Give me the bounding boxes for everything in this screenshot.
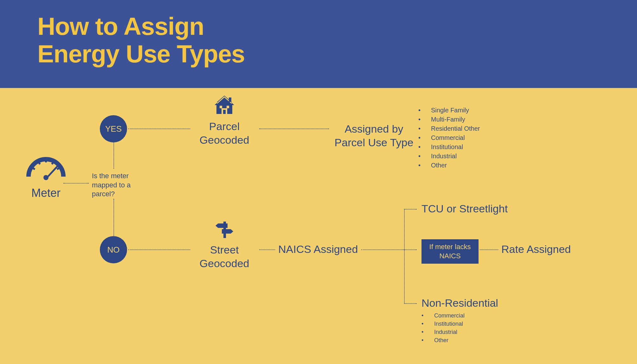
svg-marker-11 [222,229,233,234]
parcel-type-item: Multi-Family [418,115,480,124]
svg-marker-10 [216,223,228,228]
assigned-by-l1: Assigned by [344,123,403,135]
question-line-1: Is the meter [92,172,131,181]
page-title: How to Assign Energy Use Types [37,13,637,68]
nonres-type-item: Institutional [421,320,465,328]
parcel-geocoded-node: Parcel Geocoded [193,96,256,147]
parcel-type-item: Industrial [418,152,480,161]
connector [128,249,190,250]
connector [404,249,417,250]
home-icon [213,96,235,116]
connector [259,129,329,129]
tcu-streetlight: TCU or Streetlight [421,203,508,215]
parcel-type-item: Institutional [418,142,480,152]
question-line-3: parcel? [92,190,131,199]
svg-point-6 [43,175,48,180]
meter-icon [22,151,70,181]
yes-circle: YES [100,115,127,142]
title-line-2: Energy Use Types [37,40,245,68]
assigned-by-l2: Parcel Use Type [335,136,414,148]
connector [63,183,89,184]
non-residential: Non-Residential [421,297,498,309]
street-geocoded-l2: Geocoded [200,257,249,269]
parcel-type-item: Residential Other [418,124,480,133]
nonres-type-item: Other [421,336,465,344]
nonres-types-list: Commercial Institutional Industrial Othe… [421,311,465,344]
connector [128,129,190,129]
connector [404,209,417,210]
connector [259,249,275,250]
naics-assigned: NAICS Assigned [278,243,358,255]
street-geocoded-l1: Street [210,244,239,256]
yes-node: YES [100,115,127,142]
parcel-geocoded-l1: Parcel [209,120,240,132]
nonres-type-item: Commercial [421,311,465,320]
flowchart-canvas: Meter Is the meter mapped to a parcel? Y… [0,88,637,364]
connector [113,199,114,237]
parcel-geocoded-l2: Geocoded [200,134,249,146]
question-line-2: mapped to a [92,181,131,190]
signpost-icon [215,220,234,239]
rate-assigned: Rate Assigned [501,243,571,255]
connector [404,209,405,304]
parcel-type-item: Commercial [418,133,480,142]
yes-label: YES [105,124,122,134]
parcel-types-list: Single Family Multi-Family Residential O… [418,106,480,170]
header-bar: How to Assign Energy Use Types [0,0,637,88]
no-node: NO [100,236,127,263]
if-lacks-naics-box: If meter lacks NAICS [421,239,479,264]
title-line-1: How to Assign [37,12,204,40]
if-lacks-l2: NAICS [439,252,460,260]
assigned-by-parcel: Assigned by Parcel Use Type [333,122,415,149]
meter-node: Meter [22,151,70,200]
no-label: NO [107,245,120,255]
street-geocoded-node: Street Geocoded [193,220,256,270]
svg-rect-8 [229,97,231,102]
connector [113,142,114,169]
meter-label: Meter [22,186,70,200]
nonres-type-item: Industrial [421,328,465,336]
parcel-type-item: Other [418,161,480,170]
connector [480,249,498,250]
decision-question: Is the meter mapped to a parcel? [92,172,131,199]
if-lacks-l1: If meter lacks [429,243,471,251]
parcel-type-item: Single Family [418,106,480,115]
connector [404,303,417,304]
connector [361,249,404,250]
no-circle: NO [100,236,127,263]
